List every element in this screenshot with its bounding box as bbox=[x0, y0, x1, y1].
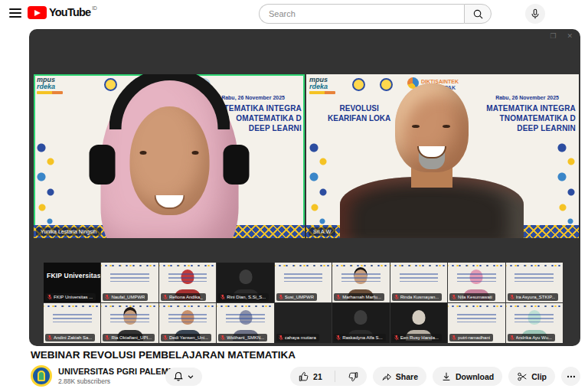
share-icon bbox=[381, 371, 392, 382]
participant-label: Ira Asyura_STKIP... bbox=[516, 295, 556, 299]
thumbs-up-icon bbox=[299, 371, 309, 382]
video-action-bar: 21 Share Download Clip bbox=[290, 367, 580, 386]
headphones-icon bbox=[109, 74, 230, 129]
speaker-photo-sri bbox=[336, 90, 528, 238]
participant-label: Nila Kesumawati bbox=[458, 295, 492, 299]
youtube-header: YouTube ID bbox=[0, 0, 588, 28]
participant-tile[interactable]: Rinda Kusmayan... bbox=[390, 263, 447, 302]
video-player[interactable]: ❐ ✕ mpus rdeka Rabu, 26 November 2025 TE… bbox=[29, 29, 580, 346]
participant-nametag: Rini Dian, S.Si_S... bbox=[218, 293, 269, 301]
search-input[interactable] bbox=[259, 4, 464, 24]
muted-mic-icon bbox=[163, 294, 168, 300]
channel-avatar[interactable] bbox=[31, 365, 52, 387]
participant-tile[interactable]: FKIP Universitas... FKIP Universitas ... bbox=[44, 263, 100, 302]
muted-mic-icon bbox=[279, 294, 283, 300]
voice-search-button[interactable] bbox=[525, 4, 545, 24]
participant-figure bbox=[230, 270, 261, 296]
participant-tile[interactable]: putri-ramadhani bbox=[448, 303, 505, 343]
participant-tile[interactable]: Refiona Andika_ bbox=[159, 263, 216, 302]
participant-tile[interactable]: Widiharti_SMKN... bbox=[217, 303, 273, 343]
like-dislike-pill: 21 bbox=[290, 367, 367, 386]
participant-tile[interactable]: Dedi Yansen_Uni... bbox=[159, 303, 216, 343]
speaker-nametag: Yunika Lestaria Ningsih bbox=[36, 227, 101, 236]
participant-nametag: Ira Asyura_STKIP... bbox=[508, 293, 559, 301]
participant-figure bbox=[230, 310, 261, 336]
participant-tile[interactable]: Susi_UMPWR bbox=[275, 263, 332, 302]
participant-nametag: Ria Oktafiani_UPI... bbox=[103, 334, 155, 341]
speaker-tile: mpus rdeka DIKTISAINTEK BERDAMPAK Rabu, … bbox=[306, 74, 579, 238]
participant-figure bbox=[403, 310, 434, 336]
muted-mic-icon bbox=[336, 335, 341, 341]
participant-nametag: Raskadyna Alfa S... bbox=[334, 334, 385, 341]
share-button[interactable]: Share bbox=[373, 367, 426, 386]
participant-nametag: Andini Zakiah Sa... bbox=[45, 334, 95, 341]
muted-mic-icon bbox=[163, 335, 168, 341]
participant-label: putri-ramadhani bbox=[458, 335, 490, 340]
gallery-row-1: FKIP Universitas... FKIP Universitas ...… bbox=[44, 263, 563, 302]
clip-button[interactable]: Clip bbox=[508, 367, 555, 386]
muted-mic-icon bbox=[220, 294, 225, 300]
scissors-icon bbox=[517, 371, 528, 382]
hamburger-menu-icon[interactable] bbox=[9, 8, 21, 18]
speaker-tile-active: mpus rdeka Rabu, 26 November 2025 TEMATI… bbox=[34, 74, 305, 238]
participant-nametag: Dedi Yansen_Uni... bbox=[161, 334, 211, 341]
participant-tile[interactable]: Een Rusy Handa... bbox=[390, 303, 447, 343]
participant-tile[interactable]: Rini Dian, S.Si_S... bbox=[217, 263, 273, 302]
poster-ornament bbox=[556, 139, 577, 225]
participant-tile[interactable]: Raskadyna Alfa S... bbox=[332, 303, 389, 343]
youtube-logo[interactable]: YouTube ID bbox=[28, 6, 97, 19]
video-title: WEBINAR REVOLUSI PEMBELAJARAN MATEMATIKA bbox=[31, 349, 296, 361]
participant-label: Andini Zakiah Sa... bbox=[54, 335, 92, 340]
like-button[interactable]: 21 bbox=[290, 367, 331, 386]
participant-tile[interactable]: Ria Oktafiani_UPI... bbox=[101, 303, 158, 343]
muted-mic-icon bbox=[105, 294, 109, 300]
participant-tile[interactable]: cahaya mutiara bbox=[275, 303, 332, 343]
poster-ornament bbox=[35, 139, 57, 225]
search-button[interactable] bbox=[464, 4, 492, 24]
participant-label: cahaya mutiara bbox=[285, 335, 316, 340]
youtube-wordmark: YouTube bbox=[49, 6, 90, 19]
participant-tile[interactable]: Andini Zakiah Sa... bbox=[44, 303, 100, 343]
region-code: ID bbox=[92, 5, 97, 11]
participant-nametag: Refiona Andika_ bbox=[161, 293, 206, 301]
participant-label: Dedi Yansen_Uni... bbox=[169, 335, 208, 340]
participant-label: Marhamah Marfu... bbox=[342, 295, 381, 299]
muted-mic-icon bbox=[105, 335, 109, 341]
thumbs-down-icon bbox=[348, 371, 358, 382]
speaker-nametag: Sri A.W bbox=[309, 227, 335, 236]
notification-bell-button[interactable] bbox=[165, 368, 202, 386]
participant-tile[interactable]: Andrika Ayu Wu... bbox=[506, 303, 563, 343]
youtube-play-icon bbox=[28, 6, 47, 19]
muted-mic-icon bbox=[452, 294, 456, 300]
muted-mic-icon bbox=[452, 335, 456, 341]
participant-figure bbox=[172, 270, 203, 296]
download-icon bbox=[441, 371, 452, 382]
bell-icon bbox=[173, 371, 184, 382]
speaker-photo-yunika bbox=[91, 74, 248, 238]
subscriber-count: 2.88K subscribers bbox=[58, 377, 110, 385]
kampus-merdeka-logo: mpus rdeka bbox=[309, 77, 335, 94]
muted-mic-icon bbox=[510, 335, 514, 341]
participant-tile[interactable]: Ira Asyura_STKIP... bbox=[506, 263, 563, 302]
microphone-icon bbox=[530, 8, 541, 19]
participant-figure bbox=[519, 310, 550, 336]
participant-label: Rinda Kusmayan... bbox=[400, 295, 439, 299]
poster-ornament bbox=[308, 139, 329, 225]
participant-label: Een Rusy Handa... bbox=[400, 335, 439, 340]
more-actions-button[interactable] bbox=[561, 367, 580, 386]
download-button[interactable]: Download bbox=[433, 367, 502, 386]
close-icon[interactable]: ✕ bbox=[567, 31, 573, 41]
dislike-button[interactable] bbox=[339, 367, 367, 386]
participant-tile[interactable]: Naufal_UMPWR bbox=[101, 263, 158, 302]
participant-nametag: Marhamah Marfu... bbox=[334, 293, 384, 301]
muted-mic-icon bbox=[394, 294, 399, 300]
participant-label: Andrika Ayu Wu... bbox=[516, 335, 552, 340]
participant-nametag: Een Rusy Handa... bbox=[392, 334, 442, 341]
participant-nametag: Andrika Ayu Wu... bbox=[508, 334, 555, 341]
participant-tile[interactable]: Marhamah Marfu... bbox=[332, 263, 389, 302]
participant-label: Refiona Andika_ bbox=[169, 295, 203, 299]
participant-tile[interactable]: Nila Kesumawati bbox=[448, 263, 505, 302]
maximize-icon[interactable]: ❐ bbox=[550, 31, 556, 41]
muted-mic-icon bbox=[47, 294, 52, 300]
pill-divider bbox=[335, 371, 335, 382]
